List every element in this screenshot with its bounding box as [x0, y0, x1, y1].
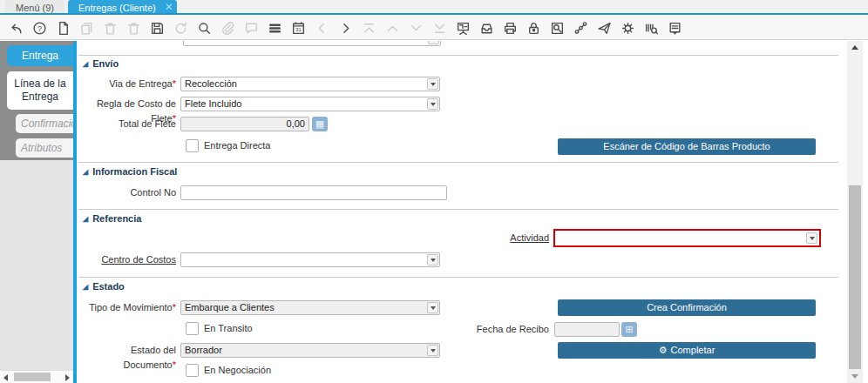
send-request-icon[interactable]	[593, 17, 616, 40]
actividad-label[interactable]: Actividad	[462, 231, 549, 245]
copy-record-icon	[75, 17, 98, 40]
scroll-down-icon[interactable]	[851, 374, 858, 379]
section-collapse-icon: ◢	[83, 60, 88, 68]
crea-confirmacion-button[interactable]: Crea Confirmación	[558, 299, 816, 316]
horizontal-scrollbar[interactable]	[0, 370, 73, 383]
total-flete-input: 0,00	[180, 117, 309, 131]
en-negociacion-checkbox[interactable]	[186, 364, 199, 377]
section-header-fiscal[interactable]: ◢Informacion Fiscal	[83, 166, 177, 177]
gear-icon: ⚙	[659, 345, 668, 355]
completar-button[interactable]: ⚙Completar	[558, 342, 816, 359]
archive-icon[interactable]	[475, 17, 498, 40]
tab-menu[interactable]: Menú (9)	[5, 0, 64, 13]
section-collapse-icon: ◢	[83, 215, 88, 223]
section-header-envio[interactable]: ◢Envío	[83, 58, 119, 69]
find-icon[interactable]	[193, 17, 216, 40]
section-header-estado[interactable]: ◢Estado	[83, 281, 125, 292]
sidebar-tab-entrega[interactable]: Entrega	[7, 45, 73, 66]
first-record-icon	[357, 17, 381, 40]
clipped-top-field[interactable]	[183, 41, 441, 46]
fecha-recibo-input	[554, 322, 620, 337]
calendar-icon[interactable]: 31	[287, 17, 310, 40]
chevron-down-icon[interactable]	[806, 232, 817, 244]
calendar-picker-icon[interactable]: ⊞	[621, 322, 637, 337]
fecha-recibo-label: Fecha de Recibo	[462, 322, 549, 337]
en-transito-label: En Transito	[204, 322, 253, 335]
chat-icon	[240, 17, 263, 40]
estado-documento-select[interactable]: Borrador	[180, 343, 440, 358]
en-negociacion-label: En Negociación	[204, 364, 271, 377]
zoom-across-icon[interactable]	[546, 17, 569, 40]
via-entrega-label: Via de Entrega*	[77, 77, 176, 91]
section-divider	[78, 55, 838, 56]
svg-text:?: ?	[37, 24, 42, 32]
section-collapse-icon: ◢	[83, 168, 88, 176]
chevron-down-icon[interactable]	[427, 78, 438, 90]
svg-text:31: 31	[295, 27, 301, 32]
calculator-icon[interactable]: ▦	[312, 117, 328, 131]
regla-flete-select[interactable]: Flete Incluido	[180, 97, 440, 111]
form-content: ◢Envío Via de Entrega* Recolección Regla…	[77, 41, 847, 383]
lock-icon[interactable]	[522, 17, 546, 40]
sidebar-tab-confirmaciones: Confirmaciones	[16, 114, 73, 133]
horizontal-scroll-thumb[interactable]	[14, 373, 51, 381]
sidebar-tab-atributos: Atributos	[16, 138, 73, 158]
settings-icon[interactable]	[616, 17, 640, 40]
barcode-scan-button[interactable]: Escáner de Código de Barras Producto	[558, 138, 816, 155]
tab-entregas-cliente[interactable]: Entregas (Cliente) ✕	[68, 0, 177, 13]
en-transito-checkbox[interactable]	[186, 322, 199, 335]
previous-record-icon	[310, 17, 334, 40]
scroll-right-icon[interactable]	[65, 374, 70, 381]
report-icon[interactable]	[663, 17, 687, 40]
actividad-value	[555, 234, 559, 245]
grid-toggle-icon[interactable]	[263, 17, 287, 40]
attachment-icon	[216, 17, 240, 40]
control-no-label: Control No	[77, 185, 176, 200]
chevron-down-icon[interactable]	[427, 254, 438, 265]
tipo-movimiento-label: Tipo de Movimiento*	[77, 300, 176, 315]
vertical-scrollbar[interactable]	[847, 41, 863, 383]
control-no-input[interactable]	[180, 185, 447, 200]
new-record-icon[interactable]	[51, 17, 75, 40]
print-icon[interactable]	[498, 17, 522, 40]
via-entrega-select[interactable]: Recolección	[180, 77, 440, 91]
actividad-select-focused[interactable]	[553, 229, 821, 247]
chevron-down-icon[interactable]	[427, 98, 438, 110]
scroll-up-icon[interactable]	[851, 45, 858, 50]
centro-costos-select[interactable]	[180, 252, 440, 267]
tipo-movimiento-select[interactable]: Embarque a Clientes	[180, 300, 440, 315]
next-record-icon[interactable]	[334, 17, 357, 40]
chevron-down-icon[interactable]	[427, 345, 438, 356]
workflow-icon[interactable]	[569, 17, 593, 40]
estado-documento-label: Estado del Documento*	[77, 343, 176, 373]
section-divider	[78, 209, 838, 210]
help-icon[interactable]: ?	[28, 17, 51, 40]
delete-selection-icon	[122, 17, 146, 40]
section-divider	[78, 162, 838, 163]
detail-record-icon	[404, 17, 428, 40]
barcode-scanner-icon[interactable]	[640, 17, 663, 40]
entrega-directa-label: Entrega Directa	[204, 139, 270, 152]
undo-icon[interactable]	[4, 17, 28, 40]
section-divider	[78, 277, 838, 278]
entrega-directa-checkbox[interactable]	[186, 139, 199, 152]
sidebar-tab-linea-entrega[interactable]: Línea de la Entrega	[7, 71, 73, 110]
window-tabbar: Menú (9) Entregas (Cliente) ✕	[0, 0, 868, 15]
section-header-referencia[interactable]: ◢Referencia	[83, 213, 141, 224]
section-collapse-icon: ◢	[83, 283, 88, 291]
toolbar: ?31	[0, 17, 868, 40]
presentation-icon[interactable]	[451, 17, 475, 40]
vertical-scroll-thumb[interactable]	[849, 185, 861, 369]
centro-costos-label[interactable]: Centro de Costos	[77, 252, 176, 267]
refresh-icon	[169, 17, 193, 40]
chevron-down-icon[interactable]	[427, 302, 438, 313]
scroll-left-icon[interactable]	[3, 374, 8, 381]
save-icon[interactable]	[146, 17, 169, 40]
tab-sidebar: Entrega Línea de la Entrega Confirmacion…	[0, 41, 77, 383]
tab-label: Entregas (Cliente)	[78, 3, 156, 13]
last-record-icon	[428, 17, 451, 40]
close-icon[interactable]: ✕	[165, 0, 173, 14]
app-window: Menú (9) Entregas (Cliente) ✕ ?31 Entreg…	[0, 0, 868, 383]
total-flete-label: Total de Flete	[77, 117, 176, 131]
chevron-down-icon[interactable]	[428, 41, 439, 44]
